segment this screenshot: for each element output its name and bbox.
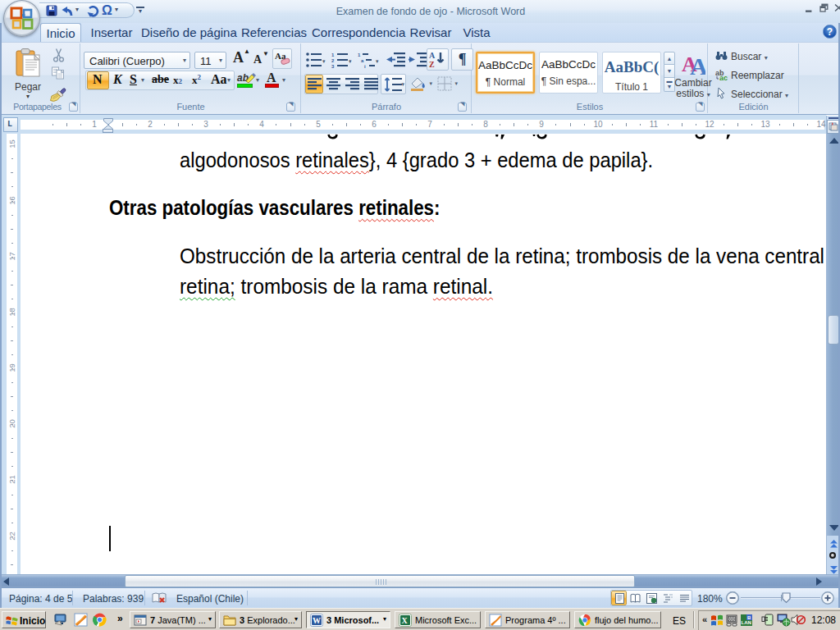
svg-text:▾: ▾	[376, 58, 379, 64]
svg-text:3: 3	[331, 64, 335, 69]
svg-text:1: 1	[358, 52, 361, 57]
svg-text:1: 1	[331, 52, 335, 57]
svg-text:X: X	[402, 616, 409, 625]
svg-text:i: i	[364, 64, 366, 69]
svg-text:ac: ac	[719, 74, 728, 80]
svg-text:▾: ▾	[322, 58, 326, 64]
svg-text:A: A	[690, 52, 705, 76]
svg-text:W: W	[313, 616, 321, 625]
svg-text:2: 2	[331, 58, 335, 63]
svg-text:A: A	[429, 51, 436, 60]
svg-text:Z: Z	[429, 60, 435, 68]
svg-text:LAN: LAN	[742, 620, 751, 625]
svg-text:a: a	[361, 58, 364, 63]
svg-text:▾: ▾	[349, 58, 352, 64]
